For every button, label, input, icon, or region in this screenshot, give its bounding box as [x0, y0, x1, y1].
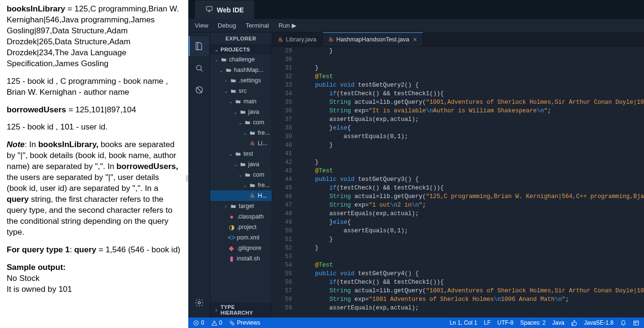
menu-view[interactable]: View [195, 22, 208, 29]
folder-icon [245, 119, 251, 126]
status-bell[interactable] [620, 320, 626, 326]
explain-userid: 125 - book id , 101 - user id. [7, 122, 182, 133]
note-paragraph: Note: In booksInLibrary, books are separ… [7, 139, 182, 238]
folder-icon [225, 67, 232, 73]
section-projects[interactable]: ⌄PROJECTS [210, 45, 272, 54]
tree-pom[interactable]: <>pom.xml [210, 232, 272, 243]
svg-point-3 [198, 302, 201, 304]
ide-titlebar: Web IDE [188, 0, 644, 19]
folder-icon [230, 77, 237, 84]
java-icon: ♨ [249, 192, 256, 199]
var-borrowedusers: borrowedUsers [7, 105, 66, 114]
folder-icon [221, 56, 227, 63]
sample-output-label: Sample output: [7, 263, 66, 272]
status-warnings[interactable]: 0 [211, 319, 223, 326]
section-type-hierarchy[interactable]: ›TYPE HIERARCHY [210, 302, 272, 318]
sample-output-line1: No Stock [7, 273, 182, 284]
tree-settings[interactable]: ›.settings [210, 75, 272, 86]
tree-target[interactable]: ›target [210, 201, 272, 211]
var-booksinlibrary: booksInLibrary [7, 4, 65, 13]
status-errors[interactable]: 0 [193, 319, 204, 326]
tab-hashmaphandson[interactable]: ♨HashmapHandsonTest.java× [323, 32, 423, 46]
folder-icon [230, 88, 237, 94]
svg-rect-0 [206, 7, 212, 10]
editor-area: ♨Library.java ♨HashmapHandsonTest.java× … [272, 32, 644, 318]
tree-src[interactable]: ⌄src [210, 86, 272, 96]
tree-challenge[interactable]: ⌄challenge [210, 54, 272, 65]
status-layout[interactable] [633, 320, 639, 326]
status-enc[interactable]: UTF-8 [497, 319, 513, 326]
menu-terminal[interactable]: Terminal [245, 22, 269, 29]
java-icon: ♨ [249, 140, 256, 147]
status-bar: 0 0 Previews Ln 1, Col 1 LF UTF-8 Spaces… [188, 318, 644, 328]
svg-point-6 [232, 323, 234, 325]
status-lang[interactable]: Java [552, 319, 564, 326]
folder-icon [235, 98, 242, 105]
tree-classpath[interactable]: ●.classpath [210, 211, 272, 222]
tree-fre[interactable]: ⌄fre... [210, 128, 272, 138]
tree-java2[interactable]: ⌄java [210, 159, 272, 169]
explorer-title: EXPLORER [210, 32, 272, 45]
code-editor[interactable]: 2930313233343536373839404142434445464748… [272, 47, 644, 318]
menu-debug[interactable]: Debug [218, 22, 236, 29]
close-icon[interactable]: × [413, 36, 417, 43]
status-previews[interactable]: Previews [229, 319, 260, 326]
tree-h-selected[interactable]: ♨H... [210, 190, 272, 201]
java-icon: ♨ [328, 36, 334, 43]
file-icon: <> [228, 234, 235, 241]
editor-tabs: ♨Library.java ♨HashmapHandsonTest.java× [272, 32, 644, 47]
tree-com[interactable]: ⌄com [210, 117, 272, 128]
folder-icon [230, 203, 237, 209]
status-lncol[interactable]: Ln 1, Col 1 [450, 319, 477, 326]
java-icon: ♨ [278, 36, 283, 43]
activity-debug[interactable] [189, 80, 209, 100]
svg-rect-7 [634, 321, 639, 325]
tab-library[interactable]: ♨Library.java [272, 32, 323, 46]
activity-search[interactable] [189, 58, 209, 78]
query-type-1: For query type 1: query = 1,546 (546 - b… [7, 245, 182, 256]
file-icon: ◆ [228, 245, 235, 251]
menu-bar: View Debug Terminal Run ▶ [188, 19, 644, 32]
activity-files[interactable] [189, 36, 209, 56]
file-tree: ⌄challenge ⌄hashMap... ›.settings ⌄src ⌄… [210, 54, 272, 302]
instructions-panel: booksInLibrary = 125,C programming,Brian… [0, 0, 188, 328]
explorer-sidebar: EXPLORER ⌄PROJECTS ⌄challenge ⌄hashMap..… [210, 32, 272, 318]
monitor-icon [205, 5, 213, 14]
file-icon: ● [228, 213, 235, 220]
svg-point-1 [197, 65, 202, 70]
folder-icon [245, 171, 251, 178]
status-thumbs[interactable] [571, 320, 577, 326]
file-icon: ▮ [228, 255, 235, 262]
tree-gitignore[interactable]: ◆.gitignore [210, 243, 272, 253]
status-lf[interactable]: LF [484, 319, 491, 326]
code-content[interactable]: } } @Test public void testGetQuery2() { … [301, 47, 644, 318]
file-icon: ◑ [228, 224, 235, 230]
explain-bookid: 125 - book id , C programming - book nam… [7, 76, 182, 98]
folder-icon [240, 161, 246, 168]
web-ide: Web IDE View Debug Terminal Run ▶ EXPLOR… [188, 0, 644, 328]
tree-java[interactable]: ⌄java [210, 107, 272, 117]
tree-project[interactable]: ◑.project [210, 222, 272, 232]
folder-icon [235, 150, 242, 157]
sample-output-line2: It is owned by 101 [7, 284, 182, 295]
ide-title-text: Web IDE [217, 6, 244, 14]
menu-run[interactable]: Run ▶ [278, 22, 296, 29]
ide-title-tab[interactable]: Web IDE [195, 0, 255, 19]
tree-test[interactable]: ⌄test [210, 149, 272, 159]
folder-icon [240, 109, 246, 115]
activity-bar [188, 32, 210, 318]
tree-install[interactable]: ▮install.sh [210, 253, 272, 264]
tree-main[interactable]: ⌄main [210, 96, 272, 107]
folder-icon [249, 182, 256, 189]
svg-point-5 [230, 321, 232, 323]
line-number-gutter: 2930313233343536373839404142434445464748… [272, 47, 301, 318]
tree-li[interactable]: ♨Li... [210, 138, 272, 149]
activity-settings[interactable] [189, 293, 209, 313]
tree-com2[interactable]: ⌄com [210, 169, 272, 180]
status-spaces[interactable]: Spaces: 2 [520, 319, 545, 326]
status-sdk[interactable]: JavaSE-1.8 [584, 319, 613, 326]
tree-hashmap[interactable]: ⌄hashMap... [210, 65, 272, 75]
folder-icon [249, 129, 256, 136]
tree-fre2[interactable]: ⌄fre... [210, 180, 272, 190]
